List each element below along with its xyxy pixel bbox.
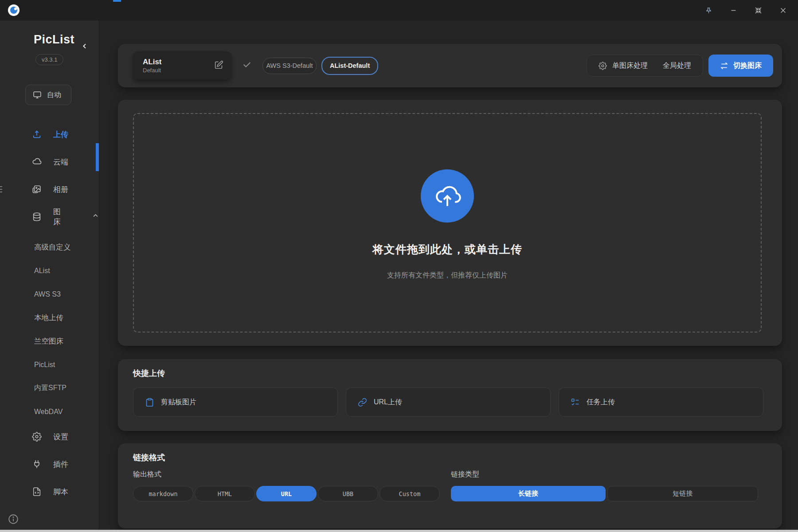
link-type-short-button[interactable]: 短链接: [607, 486, 758, 501]
single-bed-process-button[interactable]: 单图床处理: [598, 61, 648, 70]
about-button[interactable]: [8, 513, 19, 525]
cloud-upload-icon: [433, 182, 462, 210]
format-button-ubb[interactable]: UBB: [318, 486, 378, 501]
window-controls: [704, 0, 787, 20]
window-bottom-edge: [0, 530, 798, 532]
sidebar-item-cloud[interactable]: 云端: [32, 153, 99, 171]
sidebar-item-scripts[interactable]: 脚本: [32, 483, 99, 501]
task-list-icon: [571, 398, 580, 407]
submenu-item-advanced-custom[interactable]: 高级自定义: [34, 235, 99, 259]
sidebar-item-album[interactable]: 相册: [32, 180, 99, 198]
submenu-item-piclist[interactable]: PicList: [34, 353, 99, 376]
confirm-check-button[interactable]: [242, 60, 252, 71]
output-format-label: 输出格式: [133, 470, 440, 479]
swap-arrows-icon: [720, 62, 728, 70]
auto-mode-button[interactable]: 自动: [25, 85, 71, 105]
submenu-item-aws-s3[interactable]: AWS S3: [34, 282, 99, 306]
sidebar-item-settings[interactable]: 设置: [32, 428, 99, 446]
quick-card-label: 任务上传: [587, 398, 615, 407]
sidebar-item-label: 上传: [53, 129, 68, 140]
quick-upload-panel: 快捷上传 剪贴板图片 URL上传: [118, 359, 782, 431]
app-window: PicList v3.3.1 自动 上传: [0, 0, 798, 532]
auto-mode-label: 自动: [47, 90, 61, 100]
format-button-custom[interactable]: Custom: [379, 486, 440, 501]
info-icon: [8, 513, 19, 525]
sidebar: PicList v3.3.1 自动 上传: [0, 20, 99, 532]
submenu-item-builtin-sftp[interactable]: 内置SFTP: [34, 376, 99, 400]
switch-imagebed-label: 切换图床: [733, 61, 762, 70]
edit-imagebed-button[interactable]: [214, 60, 223, 71]
global-process-label: 全局处理: [663, 61, 691, 70]
plug-icon: [32, 459, 42, 469]
upload-dropzone[interactable]: 将文件拖到此处，或单击上传 支持所有文件类型，但推荐仅上传图片: [133, 113, 762, 332]
top-accent-sliver: [113, 0, 121, 2]
link-type-group: 长链接 短链接: [451, 486, 758, 501]
version-badge: v3.3.1: [35, 54, 63, 65]
minimize-button[interactable]: [729, 6, 738, 15]
pin-window-button[interactable]: [704, 6, 713, 15]
gear-icon: [598, 62, 607, 70]
url-upload-card[interactable]: URL上传: [346, 387, 551, 417]
quick-card-label: URL上传: [374, 398, 402, 407]
link-format-panel: 链接格式 输出格式 markdown HTML URL UBB Custom: [118, 443, 782, 528]
pushpin-icon: [705, 7, 712, 14]
current-imagebed-card[interactable]: AList Default: [133, 51, 231, 80]
upload-icon: [32, 129, 42, 139]
current-imagebed-name: AList: [143, 58, 162, 66]
edge-grip-handle[interactable]: [0, 183, 2, 196]
format-button-url[interactable]: URL: [256, 486, 317, 501]
dropzone-title: 将文件拖到此处，或单击上传: [372, 242, 522, 257]
sidebar-item-upload[interactable]: 上传: [32, 125, 99, 143]
x-icon: [779, 7, 787, 14]
sidebar-item-label: 图床: [53, 207, 67, 227]
quick-upload-header: 快捷上传: [133, 368, 763, 379]
chevron-up-icon: [92, 212, 99, 221]
file-code-icon: [32, 487, 42, 497]
restore-button[interactable]: [754, 6, 763, 15]
current-imagebed-profile: Default: [143, 66, 162, 74]
link-type-label: 链接类型: [451, 470, 758, 479]
sidebar-item-plugins[interactable]: 插件: [32, 455, 99, 473]
link-icon: [358, 398, 367, 407]
single-bed-process-label: 单图床处理: [612, 61, 648, 70]
submenu-item-alist[interactable]: AList: [34, 259, 99, 282]
process-button-group: 单图床处理 全局处理: [587, 55, 703, 77]
dropzone-subtitle: 支持所有文件类型，但推荐仅上传图片: [387, 271, 508, 280]
submenu-item-local-upload[interactable]: 本地上传: [34, 306, 99, 329]
format-button-markdown[interactable]: markdown: [133, 486, 193, 501]
format-button-html[interactable]: HTML: [195, 486, 255, 501]
submenu-item-webdav[interactable]: WebDAV: [34, 400, 99, 423]
imagebed-toolbar: AList Default AWS S3-Default: [118, 44, 782, 87]
main-content: AList Default AWS S3-Default: [99, 20, 798, 532]
sidebar-item-label: 相册: [53, 184, 68, 195]
task-upload-card[interactable]: 任务上传: [559, 387, 763, 417]
album-icon: [32, 184, 42, 194]
upload-panel: 将文件拖到此处，或单击上传 支持所有文件类型，但推荐仅上传图片: [118, 100, 782, 346]
sidebar-item-label: 云端: [53, 157, 68, 167]
quick-card-label: 剪贴板图片: [161, 398, 196, 407]
sidebar-nav: 上传 云端 相册: [0, 125, 99, 501]
imagebed-submenu: 高级自定义 AList AWS S3 本地上传 兰空图床 PicList 内置S…: [0, 235, 99, 423]
sidebar-item-imagebed[interactable]: 图床: [32, 208, 99, 226]
switch-imagebed-button[interactable]: 切换图床: [708, 55, 773, 77]
app-title: PicList: [34, 33, 74, 47]
close-button[interactable]: [778, 6, 787, 15]
sidebar-item-label: 插件: [53, 459, 68, 469]
global-process-button[interactable]: 全局处理: [663, 61, 691, 70]
titlebar[interactable]: [0, 0, 798, 20]
profile-pill-aws-s3-default[interactable]: AWS S3-Default: [262, 58, 317, 74]
link-type-long-button[interactable]: 长链接: [451, 486, 606, 501]
arrows-inward-icon: [755, 7, 762, 14]
edit-icon: [214, 60, 223, 70]
submenu-item-lankong[interactable]: 兰空图床: [34, 329, 99, 353]
clipboard-upload-card[interactable]: 剪贴板图片: [133, 387, 338, 417]
upload-cloud-badge: [421, 169, 474, 223]
profile-pill-alist-default[interactable]: AList-Default: [321, 57, 378, 75]
cloud-icon: [32, 157, 42, 167]
collapse-sidebar-button[interactable]: [81, 43, 88, 51]
database-icon: [32, 212, 42, 222]
sidebar-item-label: 脚本: [53, 487, 68, 497]
gear-icon: [32, 432, 42, 442]
sidebar-item-label: 设置: [53, 432, 68, 442]
chevron-left-icon: [81, 43, 88, 50]
